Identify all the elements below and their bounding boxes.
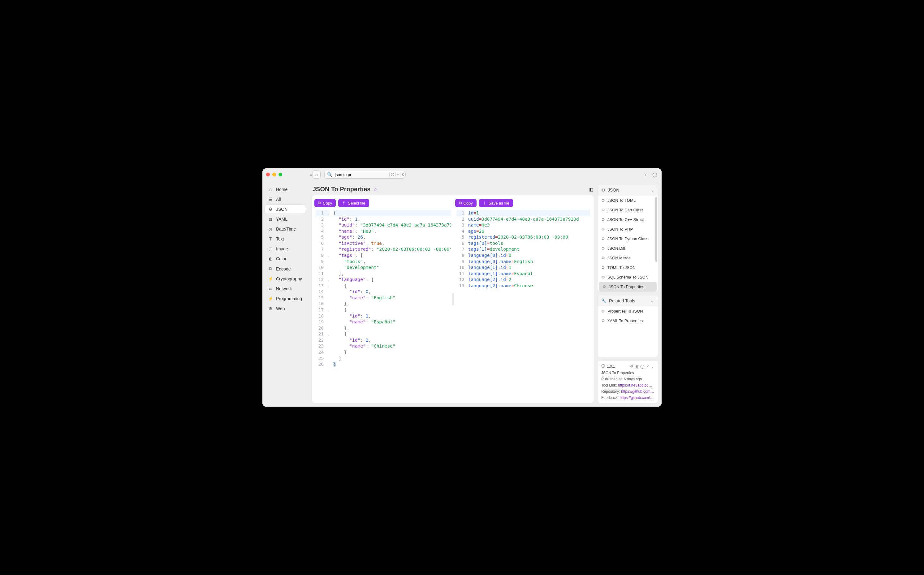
feedback-link[interactable]: https://github.com/…	[619, 396, 654, 400]
code-line[interactable]: "development"	[333, 265, 451, 271]
pane-divider[interactable]	[452, 198, 454, 400]
code-line[interactable]: "name": "He3",	[333, 229, 451, 235]
code-line[interactable]: language[2].name=Chinese	[468, 283, 590, 289]
code-line[interactable]: "name": "Español"	[333, 319, 451, 325]
tool-item[interactable]: ⚙Properties To JSON	[597, 307, 658, 316]
scrollbar[interactable]	[656, 197, 657, 290]
sidebar-item-yaml[interactable]: ▦YAML	[265, 215, 306, 224]
code-line[interactable]: },	[333, 301, 451, 307]
code-line[interactable]: ],	[333, 271, 451, 277]
repo-link[interactable]: https://github.com…	[621, 389, 654, 394]
check-icon[interactable]: ✓	[646, 364, 649, 369]
code-line[interactable]: "id": 1,	[333, 313, 451, 319]
code-line[interactable]: registered=2020-02-03T06:00:03 -08:00	[468, 234, 590, 240]
tool-item[interactable]: ⚙TOML To JSON	[597, 263, 658, 272]
sidebar-item-cryptography[interactable]: ⚡Cryptography	[265, 275, 306, 283]
code-line[interactable]: {	[333, 283, 451, 289]
code-line[interactable]: "id": 1,	[333, 216, 451, 222]
code-line[interactable]: language[0].name=English	[468, 259, 590, 265]
user-icon[interactable]: ◯	[652, 172, 657, 177]
code-line[interactable]: "registered": "2020-02-03T06:00:03 -08:0…	[333, 246, 451, 253]
code-line[interactable]: "id": 0,	[333, 289, 451, 295]
code-line[interactable]: tags[1]=development	[468, 246, 590, 253]
tool-item[interactable]: ⚙JSON To Python Class	[597, 234, 658, 243]
github-icon[interactable]: ◯	[640, 364, 644, 369]
code-line[interactable]: tags[0]=tools	[468, 240, 590, 247]
output-editor[interactable]: 1 2 3 4 5 6 7 8 9 10 11 12 13 id=1uuid=3…	[455, 210, 592, 400]
code-line[interactable]: "uuid": "3d877494-e7d4-48e3-aa7a-164373a…	[333, 222, 451, 229]
tool-item[interactable]: ⚙JSON To Dart Class	[597, 205, 658, 215]
sidebar-item-text[interactable]: TText	[265, 235, 306, 243]
code-line[interactable]: language[1].id=1	[468, 265, 590, 271]
code-line[interactable]: age=26	[468, 229, 590, 235]
search-box[interactable]: 🔍 ⌘+K	[324, 171, 405, 179]
tool-item[interactable]: ⚙JSON To TOML	[597, 195, 658, 205]
code-line[interactable]: "name": "English"	[333, 295, 451, 301]
json-panel-header[interactable]: ⚙ JSON ⌄	[597, 184, 658, 195]
globe-icon[interactable]: ⊕	[635, 364, 638, 369]
code-line[interactable]: ]	[333, 356, 451, 362]
tool-link[interactable]: https://t.he3app.co…	[618, 383, 652, 388]
sidebar-item-json[interactable]: ⚙JSON	[265, 205, 306, 214]
plug-icon[interactable]: ⚙	[630, 364, 633, 369]
sidebar-item-image[interactable]: ▢Image	[265, 245, 306, 253]
sidebar: ⌂Home☰All⚙JSON▦YAML◷Date/TimeTText▢Image…	[262, 181, 308, 407]
code-line[interactable]: id=1	[468, 210, 590, 216]
code-line[interactable]: },	[333, 325, 451, 332]
code-line[interactable]: "isActive": true,	[333, 240, 451, 247]
sidebar-item-all[interactable]: ☰All	[265, 195, 306, 203]
copy-output-button[interactable]: ⧉ Copy	[455, 199, 476, 207]
plug-icon: ⚙	[602, 284, 606, 289]
sidebar-item-color[interactable]: ◐Color	[265, 254, 306, 263]
home-button[interactable]: ⌂	[313, 170, 321, 179]
code-line[interactable]: }	[333, 361, 451, 368]
sidebar-item-home[interactable]: ⌂Home	[265, 185, 306, 194]
output-toolbar: ⧉ Copy ⭳ Save as file	[455, 198, 592, 210]
sidebar-item-encode[interactable]: ⧉Encode	[265, 264, 306, 273]
copy-button[interactable]: ⧉ Copy	[314, 199, 336, 207]
code-line[interactable]: uuid=3d877494-e7d4-48e3-aa7a-164373a7920…	[468, 216, 590, 222]
code-line[interactable]: "age": 26,	[333, 234, 451, 240]
plug-icon: ⚙	[601, 217, 605, 222]
layout-toggle-icon[interactable]: ◧	[589, 187, 593, 192]
tool-item[interactable]: ⚙JSON To Properties	[599, 282, 657, 292]
maximize-window-button[interactable]	[278, 173, 282, 176]
code-line[interactable]: {	[333, 210, 451, 216]
info-icons: ⚙ ⊕ ◯ ✓ ⌄	[630, 364, 654, 369]
code-line[interactable]: language[1].name=Español	[468, 271, 590, 277]
search-input[interactable]	[335, 172, 387, 177]
code-line[interactable]: "name": "Chinese"	[333, 343, 451, 349]
sidebar-item-web[interactable]: ⊕Web	[265, 304, 306, 313]
tool-item[interactable]: ⚙JSON To PHP	[597, 224, 658, 234]
app-window: « ⌂Home☰All⚙JSON▦YAML◷Date/TimeTText▢Ima…	[262, 168, 662, 407]
code-line[interactable]: "language": [	[333, 277, 451, 283]
close-window-button[interactable]	[266, 173, 270, 176]
minimize-window-button[interactable]	[272, 173, 276, 176]
code-line[interactable]: language[0].id=0	[468, 253, 590, 259]
tool-item[interactable]: ⚙JSON Diff	[597, 243, 658, 253]
tool-item[interactable]: ⚙SQL Schema To JSON	[597, 272, 658, 282]
code-line[interactable]: language[2].id=2	[468, 277, 590, 283]
select-file-button[interactable]: ⭱ Select file	[338, 199, 369, 207]
chevron-down-icon[interactable]: ⌄	[651, 364, 654, 369]
sidebar-item-date-time[interactable]: ◷Date/Time	[265, 225, 306, 233]
sidebar-item-network[interactable]: ≋Network	[265, 284, 306, 293]
code-line[interactable]: {	[333, 307, 451, 313]
share-icon[interactable]: ⇪	[644, 172, 647, 177]
tool-item[interactable]: ⚙YAML To Properties	[597, 316, 658, 326]
code-line[interactable]: "tools",	[333, 259, 451, 265]
code-line[interactable]: }	[333, 349, 451, 356]
page-title: JSON To Properties	[313, 186, 370, 193]
favorite-star-icon[interactable]: ☆	[373, 187, 378, 192]
tool-item[interactable]: ⚙JSON Merge	[597, 253, 658, 263]
sidebar-item-programming[interactable]: ⚡Programming	[265, 294, 306, 303]
plug-icon: ⚙	[601, 275, 605, 280]
tool-item[interactable]: ⚙JSON To C++ Struct	[597, 215, 658, 224]
code-line[interactable]: name=He3	[468, 222, 590, 229]
related-panel-header[interactable]: 🔧 Related Tools ⌄	[597, 295, 658, 307]
save-file-button[interactable]: ⭳ Save as file	[479, 199, 513, 207]
code-line[interactable]: {	[333, 331, 451, 337]
code-line[interactable]: "id": 2,	[333, 337, 451, 343]
input-editor[interactable]: 1 ⌄ 2 3 4 5 6 7 8 ⌄ 9 10 11 12 ⌄ 13 ⌄ 14…	[314, 210, 451, 400]
code-line[interactable]: "tags": [	[333, 253, 451, 259]
